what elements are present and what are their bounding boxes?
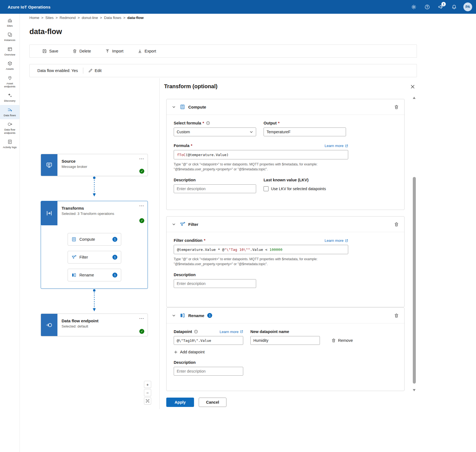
- filter-collapse-chevron-icon[interactable]: [171, 221, 177, 227]
- breadcrumb: Home Sites Redmond donut-line Data flows…: [29, 16, 144, 20]
- sidebar-item-overview[interactable]: Overview: [0, 44, 20, 59]
- delete-button[interactable]: Delete: [65, 45, 98, 57]
- filter-heading: Filter: [188, 222, 198, 227]
- sidebar-item-data-flow-endpoints[interactable]: Data flow endpoints: [0, 119, 20, 137]
- panel-scrollbar[interactable]: [412, 97, 417, 391]
- breadcrumb-redmond[interactable]: Redmond: [54, 16, 76, 20]
- data-flow-endpoints-icon: [7, 122, 12, 127]
- transform-op-compute[interactable]: Compute 1: [68, 233, 121, 246]
- close-icon[interactable]: [408, 82, 417, 91]
- rename-description-input[interactable]: [174, 367, 243, 376]
- canvas-panel-divider: [159, 78, 160, 409]
- lkv-checkbox-label: Use LKV for selected datapoints: [271, 187, 326, 191]
- filter-icon: [180, 221, 185, 227]
- compute-count-badge: 1: [112, 237, 117, 242]
- assets-icon: [7, 61, 12, 66]
- left-nav: Sites Instances Overview Assets Asset en…: [0, 14, 20, 452]
- edit-button[interactable]: Edit: [88, 68, 102, 73]
- import-button[interactable]: Import: [98, 45, 131, 57]
- datapoint-field[interactable]: [174, 336, 243, 345]
- save-button[interactable]: Save: [35, 45, 65, 57]
- sidebar-item-assets[interactable]: Assets: [0, 59, 20, 73]
- apply-button[interactable]: Apply: [166, 398, 194, 407]
- sidebar-item-asset-endpoints[interactable]: Asset endpoints: [0, 73, 20, 91]
- zoom-out-button[interactable]: −: [144, 389, 151, 396]
- description-label: Description: [174, 273, 397, 277]
- new-datapoint-name-label: New datapoint name: [250, 329, 289, 334]
- import-icon: [105, 49, 110, 53]
- remove-trash-icon: [331, 338, 336, 343]
- compute-section: Compute Select formula* Custom Output* F…: [166, 99, 405, 210]
- sidebar-item-sites[interactable]: Sites: [0, 15, 20, 30]
- compute-delete-trash-icon[interactable]: [393, 104, 400, 110]
- breadcrumb-sites[interactable]: Sites: [39, 16, 54, 20]
- rename-delete-trash-icon[interactable]: [393, 312, 400, 319]
- whats-new-megaphone-icon[interactable]: 1: [435, 2, 446, 12]
- formula-learn-more-link[interactable]: Learn more: [325, 144, 348, 148]
- breadcrumb-home[interactable]: Home: [29, 16, 39, 20]
- scrollbar-up-arrow[interactable]: [413, 97, 416, 99]
- filter-condition-field[interactable]: @temperature.Value * @"\"Tag 10\"".Value…: [174, 245, 348, 254]
- compute-collapse-chevron-icon[interactable]: [171, 104, 177, 110]
- add-datapoint-button[interactable]: Add datapoint: [174, 350, 205, 354]
- filter-description-input[interactable]: [174, 279, 256, 288]
- rename-learn-more-link[interactable]: Learn more: [220, 330, 243, 334]
- save-icon: [42, 49, 47, 53]
- activity-logs-icon: [7, 139, 12, 144]
- filter-icon: [71, 255, 76, 260]
- compute-description-input[interactable]: [174, 184, 256, 193]
- new-datapoint-name-field[interactable]: [250, 336, 320, 345]
- source-node[interactable]: Source Message broker ⋯ ✓: [41, 154, 148, 176]
- rename-icon: [180, 313, 185, 318]
- user-avatar[interactable]: PA: [463, 2, 472, 11]
- notifications-bell-icon[interactable]: [449, 2, 459, 12]
- sidebar-item-instances[interactable]: Instances: [0, 30, 20, 44]
- lkv-checkbox[interactable]: [264, 186, 269, 191]
- panel-footer: Apply Cancel: [166, 398, 226, 407]
- remove-datapoint-button[interactable]: Remove: [331, 338, 353, 343]
- filter-delete-trash-icon[interactable]: [393, 221, 400, 228]
- transforms-valid-check-icon: ✓: [139, 218, 144, 223]
- source-valid-check-icon: ✓: [139, 169, 144, 174]
- rename-collapse-chevron-icon[interactable]: [171, 313, 177, 318]
- sites-icon: [7, 18, 12, 23]
- instances-icon: [7, 32, 12, 37]
- settings-gear-icon[interactable]: [408, 2, 419, 12]
- cancel-button[interactable]: Cancel: [199, 398, 226, 407]
- datapoint-info-icon[interactable]: [194, 330, 198, 334]
- transform-op-filter[interactable]: Filter 1: [68, 251, 121, 264]
- breadcrumb-donut-line[interactable]: donut-line: [76, 16, 98, 20]
- sidebar-item-discovery[interactable]: Discovery: [0, 90, 20, 105]
- export-button[interactable]: Export: [131, 45, 163, 57]
- chevron-down-icon: [250, 130, 253, 134]
- page-title: data-flow: [29, 27, 62, 36]
- sidebar-item-activity-logs[interactable]: Activity logs: [0, 137, 20, 151]
- breadcrumb-data-flows[interactable]: Data flows: [98, 16, 121, 20]
- output-field[interactable]: [264, 127, 346, 136]
- select-formula-info-icon[interactable]: [206, 121, 210, 125]
- source-more-menu-icon[interactable]: ⋯: [138, 155, 145, 163]
- formula-field[interactable]: fToC(@temperature.Value): [174, 150, 348, 159]
- scrollbar-thumb[interactable]: [413, 177, 416, 384]
- select-formula-dropdown[interactable]: Custom: [174, 127, 256, 136]
- endpoint-valid-check-icon: ✓: [139, 329, 144, 334]
- canvas-zoom-controls: + −: [144, 381, 151, 404]
- command-toolbar: Save Delete Import Export: [29, 45, 417, 58]
- endpoint-more-menu-icon[interactable]: ⋯: [138, 314, 145, 323]
- zoom-fit-icon[interactable]: [144, 397, 151, 404]
- transforms-more-menu-icon[interactable]: ⋯: [138, 202, 145, 210]
- compute-heading: Compute: [188, 105, 206, 109]
- transform-op-rename[interactable]: Rename 1: [68, 269, 121, 281]
- transforms-node[interactable]: Transforms Selected: 3 Transform operati…: [41, 201, 148, 289]
- compute-icon: [180, 104, 185, 110]
- filter-count-badge: 1: [112, 255, 117, 260]
- endpoint-node[interactable]: Data flow endpoint Selected: default ⋯ ✓: [41, 314, 148, 336]
- required-marker: *: [191, 143, 192, 148]
- scrollbar-down-arrow[interactable]: [413, 389, 416, 391]
- dataflow-enabled-text: Data flow enabled: Yes: [37, 68, 78, 73]
- rename-icon: [71, 273, 76, 278]
- zoom-in-button[interactable]: +: [144, 381, 151, 388]
- filter-learn-more-link[interactable]: Learn more: [325, 239, 348, 243]
- help-icon[interactable]: [422, 2, 432, 12]
- sidebar-item-data-flows[interactable]: Data flows: [0, 105, 20, 119]
